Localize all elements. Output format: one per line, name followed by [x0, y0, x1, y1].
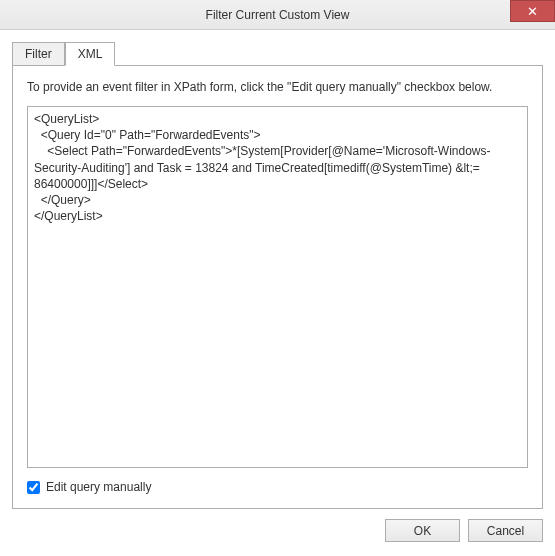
cancel-button[interactable]: Cancel [468, 519, 543, 542]
dialog-button-row: OK Cancel [12, 509, 543, 544]
title-bar: Filter Current Custom View ✕ [0, 0, 555, 30]
edit-manually-row: Edit query manually [27, 480, 528, 494]
ok-button[interactable]: OK [385, 519, 460, 542]
close-button[interactable]: ✕ [510, 0, 555, 22]
window-title: Filter Current Custom View [206, 8, 350, 22]
xml-tab-panel: To provide an event filter in XPath form… [12, 65, 543, 509]
edit-query-manually-label[interactable]: Edit query manually [46, 480, 151, 494]
tab-strip: Filter XML [12, 42, 543, 65]
xml-query-textarea[interactable] [27, 106, 528, 468]
tab-xml[interactable]: XML [65, 42, 116, 66]
instruction-text: To provide an event filter in XPath form… [27, 80, 528, 94]
edit-query-manually-checkbox[interactable] [27, 481, 40, 494]
close-icon: ✕ [527, 4, 538, 19]
tab-filter[interactable]: Filter [12, 42, 65, 66]
content-area: Filter XML To provide an event filter in… [0, 30, 555, 556]
